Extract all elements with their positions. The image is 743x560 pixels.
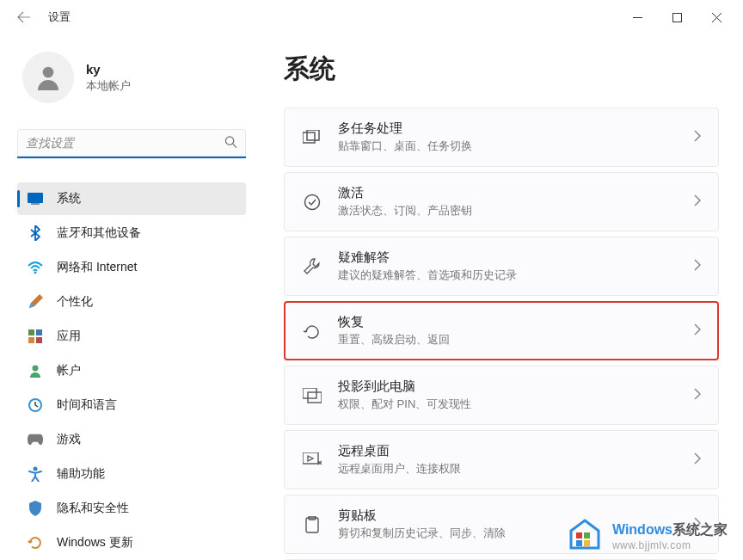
- apps-icon: [28, 329, 43, 344]
- maximize-icon: [672, 13, 682, 22]
- nav-item-privacy[interactable]: 隐私和安全性: [17, 492, 246, 525]
- nav-label: 游戏: [57, 432, 81, 447]
- svg-rect-4: [31, 203, 40, 205]
- personalization-icon: [28, 294, 43, 310]
- clipboard-icon: [302, 514, 322, 535]
- svg-point-5: [34, 272, 37, 274]
- card-title: 恢复: [338, 314, 679, 330]
- main-content: 系统 多任务处理 贴靠窗口、桌面、任务切换 激活 激活状态、订阅、产品密钥 疑难…: [267, 34, 743, 560]
- privacy-icon: [28, 501, 43, 516]
- window-controls: [617, 0, 736, 34]
- search-icon: [224, 136, 237, 152]
- card-title: 激活: [338, 185, 679, 201]
- svg-rect-15: [307, 130, 319, 140]
- time-icon: [28, 397, 43, 413]
- svg-rect-0: [672, 13, 681, 22]
- user-section[interactable]: ky 本地帐户: [17, 52, 267, 103]
- nav-item-gaming[interactable]: 游戏: [17, 423, 246, 456]
- troubleshoot-icon: [302, 256, 322, 277]
- card-projecting[interactable]: 投影到此电脑 权限、配对 PIN、可发现性: [284, 366, 719, 425]
- svg-rect-7: [36, 329, 42, 335]
- back-button[interactable]: [7, 0, 41, 34]
- nav-item-bluetooth[interactable]: 蓝牙和其他设备: [17, 217, 246, 249]
- gaming-icon: [28, 432, 43, 447]
- nav-label: 个性化: [57, 294, 93, 310]
- watermark-title: Windows系统之家: [612, 521, 728, 539]
- svg-point-1: [43, 67, 54, 78]
- user-type: 本地帐户: [86, 78, 131, 94]
- nav-label: 应用: [57, 329, 81, 344]
- remote-desktop-icon: [302, 450, 322, 471]
- nav-item-accounts[interactable]: 帐户: [17, 354, 246, 387]
- nav-item-apps[interactable]: 应用: [17, 320, 246, 353]
- card-title: 多任务处理: [338, 120, 679, 137]
- card-multitasking[interactable]: 多任务处理 贴靠窗口、桌面、任务切换: [284, 108, 719, 167]
- sidebar: ky 本地帐户 系统 蓝牙和其他设备 网络和 Internet: [0, 34, 267, 560]
- watermark-logo-icon: [566, 517, 604, 555]
- watermark-url: www.bjjmlv.com: [612, 539, 728, 551]
- svg-rect-18: [308, 392, 322, 403]
- nav-label: 网络和 Internet: [57, 260, 137, 275]
- system-icon: [28, 191, 43, 206]
- search-input[interactable]: [17, 129, 246, 158]
- network-icon: [28, 260, 43, 275]
- svg-rect-6: [28, 329, 34, 335]
- back-arrow-icon: [17, 10, 31, 24]
- svg-rect-3: [28, 193, 43, 203]
- card-title: 疑难解答: [338, 249, 679, 266]
- svg-rect-26: [584, 540, 590, 546]
- nav-label: 辅助功能: [57, 466, 105, 482]
- maximize-button[interactable]: [657, 0, 697, 34]
- card-subtitle: 重置、高级启动、返回: [338, 332, 679, 348]
- page-title: 系统: [284, 52, 719, 87]
- card-activation[interactable]: 激活 激活状态、订阅、产品密钥: [284, 172, 719, 231]
- nav-item-personalization[interactable]: 个性化: [17, 286, 246, 318]
- accounts-icon: [28, 363, 43, 378]
- window-title: 设置: [48, 9, 71, 25]
- svg-point-13: [34, 467, 38, 471]
- nav-item-update[interactable]: Windows 更新: [17, 526, 246, 559]
- user-icon: [33, 62, 64, 93]
- svg-point-10: [33, 366, 39, 372]
- svg-rect-23: [576, 532, 582, 538]
- chevron-right-icon: [694, 259, 701, 274]
- svg-point-16: [305, 194, 320, 209]
- nav-label: 隐私和安全性: [57, 501, 129, 516]
- projecting-icon: [302, 385, 322, 406]
- card-title: 远程桌面: [338, 443, 679, 459]
- nav-item-network[interactable]: 网络和 Internet: [17, 251, 246, 284]
- close-button[interactable]: [697, 0, 736, 34]
- card-subtitle: 权限、配对 PIN、可发现性: [338, 397, 679, 412]
- avatar: [22, 52, 74, 103]
- nav-item-accessibility[interactable]: 辅助功能: [17, 458, 246, 490]
- svg-rect-8: [28, 337, 34, 343]
- card-remote-desktop[interactable]: 远程桌面 远程桌面用户、连接权限: [284, 430, 719, 489]
- card-title: 投影到此电脑: [338, 378, 679, 395]
- recovery-icon: [302, 321, 322, 342]
- chevron-right-icon: [694, 323, 701, 339]
- accessibility-icon: [28, 466, 43, 482]
- activation-icon: [302, 192, 322, 212]
- nav-list: 系统 蓝牙和其他设备 网络和 Internet 个性化 应用 帐户: [17, 182, 267, 559]
- watermark: Windows系统之家 www.bjjmlv.com: [566, 517, 728, 555]
- nav-label: Windows 更新: [57, 535, 133, 551]
- svg-rect-17: [303, 388, 316, 398]
- svg-rect-25: [576, 540, 582, 546]
- nav-label: 时间和语言: [57, 397, 117, 413]
- card-subtitle: 建议的疑难解答、首选项和历史记录: [338, 268, 679, 283]
- svg-rect-24: [584, 532, 590, 538]
- multitasking-icon: [302, 127, 322, 148]
- svg-rect-9: [36, 337, 42, 343]
- card-recovery[interactable]: 恢复 重置、高级启动、返回: [284, 301, 719, 360]
- nav-label: 系统: [57, 191, 81, 206]
- card-troubleshoot[interactable]: 疑难解答 建议的疑难解答、首选项和历史记录: [284, 237, 719, 296]
- svg-rect-14: [303, 132, 315, 143]
- chevron-right-icon: [694, 130, 701, 145]
- card-subtitle: 贴靠窗口、桌面、任务切换: [338, 138, 679, 154]
- card-subtitle: 激活状态、订阅、产品密钥: [338, 203, 679, 218]
- minimize-button[interactable]: [617, 0, 657, 34]
- close-icon: [712, 13, 722, 22]
- nav-item-system[interactable]: 系统: [17, 182, 246, 215]
- chevron-right-icon: [694, 452, 701, 468]
- nav-item-time[interactable]: 时间和语言: [17, 389, 246, 422]
